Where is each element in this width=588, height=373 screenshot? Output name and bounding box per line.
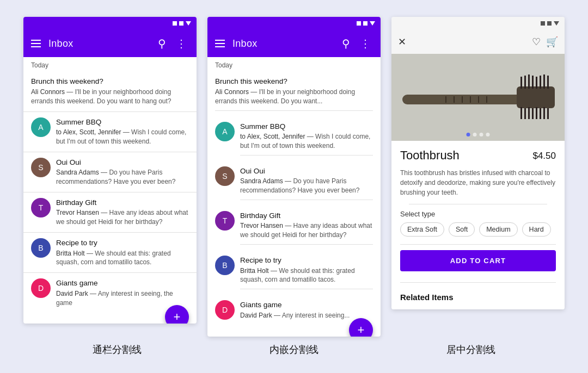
product-toolbar: ✕ ♡ 🛒	[391, 30, 565, 54]
cart-icon[interactable]: 🛒	[546, 36, 558, 48]
svg-rect-11	[520, 107, 522, 119]
app-bar-1: Inbox ⚲ ⋮	[23, 30, 197, 57]
dot-3[interactable]	[480, 133, 483, 136]
type-chips: Extra Soft Soft Medium Hard	[400, 222, 556, 237]
email-subject-1: Brunch this weekend?	[31, 77, 189, 86]
center-divider-3	[400, 282, 556, 283]
chip-medium[interactable]: Medium	[479, 222, 517, 237]
signal-icon-2	[357, 21, 361, 26]
dot-4[interactable]	[486, 133, 490, 136]
email-item-2-4[interactable]: T Birthday Gift Trevor Hansen — Have any…	[207, 206, 381, 250]
avatar-6: D	[31, 278, 51, 298]
svg-rect-2	[517, 86, 555, 108]
add-to-cart-button[interactable]: ADD TO CART	[400, 250, 556, 271]
avatar-2: A	[31, 117, 51, 137]
labels-row: 通栏分割线 内嵌分割线 居中分割线	[34, 343, 554, 356]
chip-soft[interactable]: Soft	[449, 222, 475, 237]
product-status-bar	[391, 17, 565, 30]
email-preview-2-1: Ali Connors — I'll be in your neighborho…	[215, 88, 373, 106]
email-content-6: Giants game David Park — Any interest in…	[56, 278, 189, 307]
avatar-2-6: D	[215, 300, 235, 320]
svg-rect-7	[536, 77, 537, 89]
svg-rect-16	[540, 108, 541, 119]
avatar-5: B	[31, 238, 51, 258]
email-item-4[interactable]: T Birthday Gift Trevor Hansen — Have any…	[23, 192, 197, 233]
main-container: Inbox ⚲ ⋮ Today Brunch this weekend? Ali…	[0, 17, 588, 356]
chip-extra-soft[interactable]: Extra Soft	[400, 222, 444, 237]
email-item-2-3[interactable]: S Oui Oui Sandra Adams — Do you have Par…	[207, 161, 381, 206]
svg-rect-9	[543, 74, 545, 89]
more-icon-2[interactable]: ⋮	[358, 35, 373, 52]
avatar-4: T	[31, 198, 51, 217]
email-preview-2: to Alex, Scott, Jennifer — Wish I could …	[56, 128, 189, 146]
email-subject-2-6: Giants game	[240, 300, 350, 310]
fab-1[interactable]: +	[165, 305, 189, 324]
label-full-divider: 通栏分割线	[34, 343, 200, 356]
email-item-2[interactable]: A Summer BBQ to Alex, Scott, Jennifer — …	[23, 112, 197, 152]
svg-rect-12	[524, 108, 526, 119]
email-preview-2-6: David Park — Any interest in seeing...	[240, 311, 350, 320]
email-subject-2-3: Oui Oui	[240, 166, 373, 176]
svg-rect-10	[547, 76, 549, 89]
email-content-5: Recipe to try Britta Holt — We should ea…	[56, 238, 189, 267]
avatar-2-4: T	[215, 211, 235, 231]
email-item-1[interactable]: Brunch this weekend? Ali Connors — I'll …	[23, 71, 197, 111]
product-price: $4.50	[532, 151, 556, 161]
battery-icon	[186, 21, 191, 26]
more-icon[interactable]: ⋮	[174, 35, 189, 52]
section-today-1: Today	[23, 57, 197, 71]
svg-rect-13	[528, 107, 530, 119]
product-header: Toothbrush $4.50	[400, 148, 556, 163]
search-icon[interactable]: ⚲	[156, 35, 168, 52]
email-content-2: Summer BBQ to Alex, Scott, Jennifer — Wi…	[56, 117, 189, 146]
toothbrush-svg	[391, 54, 565, 141]
svg-rect-3	[520, 77, 522, 89]
wishlist-icon[interactable]: ♡	[532, 36, 541, 48]
email-subject-3: Oui Oui	[56, 158, 189, 167]
email-preview-6: David Park — Any interest in seeing, the…	[56, 289, 189, 308]
svg-rect-18	[547, 108, 549, 119]
email-item-3[interactable]: S Oui Oui Sandra Adams — Do you have Par…	[23, 152, 197, 192]
chip-hard[interactable]: Hard	[522, 222, 551, 237]
image-dots	[467, 133, 490, 136]
dot-1[interactable]	[467, 133, 470, 136]
close-icon[interactable]: ✕	[398, 36, 406, 48]
svg-rect-14	[532, 108, 534, 119]
avatar-3: S	[31, 158, 51, 177]
hamburger-icon-2[interactable]	[215, 40, 225, 47]
app-bar-2: Inbox ⚲ ⋮	[207, 30, 381, 57]
email-subject-2: Summer BBQ	[56, 117, 189, 127]
product-image	[391, 54, 565, 141]
label-inset-divider: 内嵌分割线	[211, 343, 377, 356]
wifi-icon	[179, 21, 183, 26]
full-divider-panel: Inbox ⚲ ⋮ Today Brunch this weekend? Ali…	[23, 17, 197, 324]
status-bar-1	[23, 17, 197, 30]
email-item-2-5[interactable]: B Recipe to try Britta Holt — We should …	[207, 250, 381, 295]
product-description: This toothbrush has bristles infused wit…	[400, 168, 556, 197]
signal-icon	[173, 21, 177, 26]
svg-rect-5	[528, 74, 530, 89]
email-item-5[interactable]: B Recipe to try Britta Holt — We should …	[23, 233, 197, 273]
ps-wifi-icon	[547, 21, 552, 26]
hamburger-icon[interactable]	[31, 40, 41, 47]
inset-divider-panel: Inbox ⚲ ⋮ Today Brunch this weekend? Ali…	[207, 17, 381, 336]
email-subject-6: Giants game	[56, 278, 189, 288]
wifi-icon-2	[363, 21, 367, 26]
ps-battery-icon	[554, 21, 559, 26]
product-name: Toothbrush	[400, 148, 460, 163]
email-subject-2-2: Summer BBQ	[240, 122, 373, 132]
email-subject-2-5: Recipe to try	[240, 256, 373, 265]
email-content-2-3: Oui Oui Sandra Adams — Do you have Paris…	[240, 166, 373, 200]
search-icon-2[interactable]: ⚲	[340, 35, 352, 52]
section-today-2: Today	[207, 57, 381, 71]
email-content-2-6: Giants game David Park — Any interest in…	[240, 300, 350, 320]
email-preview-2-4: Trevor Hansen — Have any ideas about wha…	[240, 221, 373, 240]
email-list-2: Today Brunch this weekend? Ali Connors —…	[207, 57, 381, 325]
email-item-2-1[interactable]: Brunch this weekend? Ali Connors — I'll …	[207, 71, 381, 116]
app-bar-title-2: Inbox	[232, 38, 334, 49]
email-list-1: Today Brunch this weekend? Ali Connors —…	[23, 57, 197, 313]
email-preview-5: Britta Holt — We should eat this: grated…	[56, 249, 189, 268]
dot-2[interactable]	[473, 133, 477, 136]
svg-rect-8	[540, 76, 541, 89]
email-item-2-2[interactable]: A Summer BBQ to Alex, Scott, Jennifer — …	[207, 116, 381, 161]
